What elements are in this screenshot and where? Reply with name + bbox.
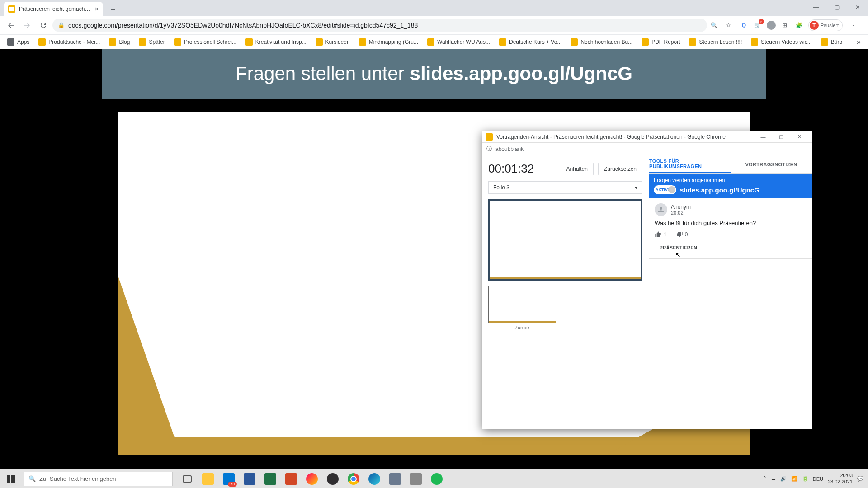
- folder-icon: [174, 38, 181, 46]
- present-question-button[interactable]: PRÄSENTIEREN: [655, 243, 702, 253]
- extension-iq-icon[interactable]: IQ: [738, 20, 749, 31]
- tray-battery-icon[interactable]: 🔋: [802, 476, 808, 482]
- obs-icon: [327, 473, 339, 485]
- info-icon[interactable]: ⓘ: [486, 145, 492, 153]
- tray-date: 23.02.2021: [828, 479, 853, 485]
- reset-button[interactable]: Zurücksetzen: [598, 163, 642, 175]
- taskbar-search[interactable]: 🔍 Zur Suche Text hier eingeben: [24, 472, 173, 486]
- arrow-left-icon: [7, 21, 15, 29]
- bm-item[interactable]: Später: [135, 37, 168, 47]
- tab-title: Präsentieren leicht gemacht! - G: [19, 6, 91, 12]
- navigation-bar: 🔒 🔍 ☆ IQ 🛒2 ⊞ 🧩 T Pausiert ⋮: [0, 16, 868, 34]
- bookmarks-overflow[interactable]: »: [853, 38, 864, 46]
- bm-item[interactable]: Noch hochladen Bu...: [567, 37, 636, 47]
- tray-cloud-icon[interactable]: ☁: [771, 476, 776, 482]
- spotify-icon: [431, 473, 443, 485]
- tray-time: 20:03: [840, 473, 853, 479]
- close-tab-icon[interactable]: ×: [95, 5, 99, 13]
- browser-tab[interactable]: Präsentieren leicht gemacht! - G ×: [4, 2, 103, 16]
- extensions-puzzle-icon[interactable]: 🧩: [794, 20, 805, 31]
- spotify-button[interactable]: [427, 469, 447, 488]
- bm-item[interactable]: Steuern Videos wic...: [747, 37, 816, 47]
- app-pink-button[interactable]: [302, 469, 322, 488]
- zoom-icon[interactable]: 🔍: [709, 20, 720, 31]
- popup-title-text: Vortragenden-Ansicht - Präsentieren leic…: [496, 134, 750, 140]
- tray-language[interactable]: DEU: [813, 476, 823, 482]
- edge-button[interactable]: [364, 469, 384, 488]
- extension-grey-icon[interactable]: [767, 21, 776, 30]
- minimize-button[interactable]: —: [806, 0, 826, 14]
- taskbar-apps: 99+: [177, 469, 447, 488]
- powerpoint-button[interactable]: [281, 469, 301, 488]
- prev-slide-thumb[interactable]: Zurück: [488, 286, 556, 330]
- presenter-left-pane: 00:01:32 Anhalten Zurücksetzen Folie 3 ▾…: [482, 155, 649, 429]
- folder-icon: [499, 38, 506, 46]
- pause-button[interactable]: Anhalten: [561, 163, 594, 175]
- back-button[interactable]: [4, 18, 18, 33]
- profile-chip[interactable]: T Pausiert: [808, 19, 843, 31]
- downvote-button[interactable]: 0: [676, 231, 688, 238]
- popup-titlebar[interactable]: Vortragenden-Ansicht - Präsentieren leic…: [482, 131, 812, 143]
- timer-row: 00:01:32 Anhalten Zurücksetzen: [488, 162, 642, 176]
- tab-speaker-notes[interactable]: VORTRAGSNOTIZEN: [731, 155, 812, 173]
- app-grey2-button[interactable]: [406, 469, 426, 488]
- tab-audience-tools[interactable]: TOOLS FÜR PUBLIKUMSFRAGEN: [649, 155, 731, 173]
- folder-icon: [359, 38, 366, 46]
- popup-maximize-button[interactable]: ▢: [772, 131, 790, 143]
- qa-accepting-label: Fragen werden angenommen: [654, 177, 807, 183]
- bm-item[interactable]: Kreativität und Insp...: [242, 37, 310, 47]
- bm-item[interactable]: Blog: [105, 37, 133, 47]
- new-tab-button[interactable]: +: [107, 4, 119, 16]
- chrome-button[interactable]: [344, 469, 363, 488]
- tray-clock[interactable]: 20:03 23.02.2021: [828, 473, 853, 484]
- dropdown-icon: ▾: [635, 184, 637, 191]
- maximize-button[interactable]: ▢: [826, 0, 847, 14]
- person-icon: [657, 206, 665, 214]
- tray-wifi-icon[interactable]: 📶: [791, 476, 797, 482]
- qa-toggle[interactable]: AKTIVIE: [654, 185, 676, 194]
- slide-selector[interactable]: Folie 3 ▾: [488, 181, 642, 194]
- tray-notifications-icon[interactable]: 💬: [857, 476, 863, 482]
- bm-item[interactable]: Wahlfächer WU Aus...: [424, 37, 494, 47]
- file-explorer-button[interactable]: [198, 469, 218, 488]
- close-window-button[interactable]: ✕: [847, 0, 868, 14]
- bm-item[interactable]: Kursideen: [312, 37, 354, 47]
- word-button[interactable]: [240, 469, 259, 488]
- obs-button[interactable]: [323, 469, 343, 488]
- bm-item[interactable]: Büro: [817, 37, 846, 47]
- edge-icon: [368, 473, 380, 485]
- popup-close-button[interactable]: ✕: [790, 131, 808, 143]
- forward-button[interactable]: [20, 18, 34, 33]
- bm-item[interactable]: Mindmapping (Gru...: [355, 37, 422, 47]
- extension-cart-icon[interactable]: 🛒2: [752, 20, 763, 31]
- bm-item[interactable]: Deutsche Kurs + Vo...: [495, 37, 565, 47]
- url-input[interactable]: [68, 22, 702, 29]
- bm-apps[interactable]: Apps: [4, 37, 33, 47]
- address-bar[interactable]: 🔒: [52, 19, 707, 32]
- chrome-menu-button[interactable]: ⋮: [846, 18, 861, 33]
- bm-item[interactable]: Produktsuche - Mer...: [35, 37, 104, 47]
- bookmark-star-icon[interactable]: ☆: [723, 20, 734, 31]
- downvote-count: 0: [685, 231, 688, 238]
- tray-chevron-icon[interactable]: ˄: [764, 476, 766, 482]
- mail-app-button[interactable]: 99+: [219, 469, 239, 488]
- question-card: Anonym 20:02 Was heißt für dich gutes Pr…: [649, 198, 812, 259]
- thumbs-down-icon: [676, 231, 683, 238]
- excel-icon: [264, 473, 276, 485]
- app-grey1-button[interactable]: [385, 469, 405, 488]
- upvote-count: 1: [664, 231, 667, 238]
- upvote-button[interactable]: 1: [655, 231, 667, 238]
- popup-minimize-button[interactable]: —: [754, 131, 772, 143]
- excel-button[interactable]: [260, 469, 280, 488]
- site-info-icon[interactable]: 🔒: [58, 22, 65, 28]
- reload-button[interactable]: [36, 18, 51, 33]
- bm-item[interactable]: PDF Report: [638, 37, 684, 47]
- elapsed-timer: 00:01:32: [488, 162, 556, 176]
- current-slide-preview[interactable]: [488, 199, 642, 281]
- bm-item[interactable]: Steuern Lesen !!!!: [685, 37, 745, 47]
- bm-item[interactable]: Professionell Schrei...: [170, 37, 240, 47]
- apps-grid-icon[interactable]: ⊞: [779, 20, 790, 31]
- task-view-button[interactable]: [177, 469, 197, 488]
- tray-volume-icon[interactable]: 🔊: [780, 476, 787, 482]
- start-button[interactable]: [0, 469, 22, 488]
